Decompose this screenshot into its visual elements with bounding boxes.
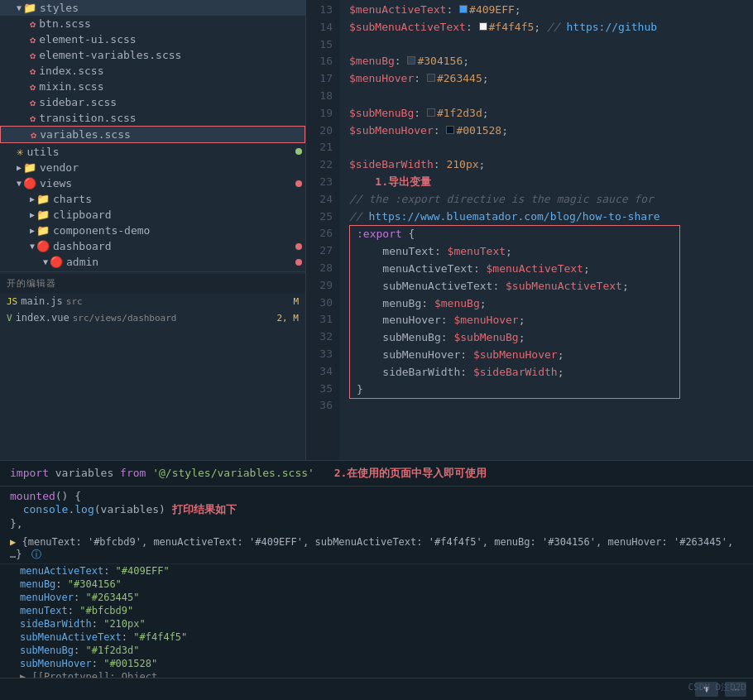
code-line-16: $menuBg: #304156; — [349, 53, 743, 70]
console-prop-1: menuBg: "#304156" — [0, 578, 753, 591]
editor-tab-label: main.js — [21, 295, 63, 307]
code-line-31: menuHover: $menuHover; — [357, 312, 673, 329]
caret-down-icon: ▼ — [17, 3, 22, 12]
scss-icon: ✿ — [30, 97, 36, 108]
sidebar-item-sidebar-scss[interactable]: ✿ sidebar.scss — [0, 94, 305, 110]
line-num: 16 — [306, 53, 333, 70]
caret-right-icon: ▶ — [10, 536, 22, 548]
caret-down-icon: ▼ — [17, 179, 22, 188]
folder-icon: 📁 — [23, 161, 36, 174]
sidebar-item-admin[interactable]: ▼ 🔴 admin — [0, 254, 305, 270]
code-line-21 — [349, 139, 743, 156]
code-line-22: $sideBarWidth: 210px; — [349, 156, 743, 174]
code-content: 13 14 15 16 17 18 19 20 21 22 23 24 25 2… — [306, 0, 753, 460]
sidebar-item-label: variables.scss — [40, 128, 131, 141]
editor-tab-sub: src — [66, 296, 83, 307]
views-icon: 🔴 — [23, 177, 36, 189]
sidebar-item-transition-scss[interactable]: ✿ transition.scss — [0, 110, 305, 126]
code-line-34: sideBarWidth: $sideBarWidth; — [357, 364, 673, 381]
code-line-33: subMenuHover: $subMenuHover; — [357, 347, 673, 364]
code-line-13: $menuActiveText: #409EFF; — [349, 2, 743, 19]
export-block: :export { menuText: $menuText; menuActiv… — [349, 225, 680, 399]
caret-right-icon: ▶ — [30, 226, 35, 235]
sidebar-item-element-ui-scss[interactable]: ✿ element-ui.scss — [0, 31, 305, 47]
code-line-24: // the :export directive is the magic sa… — [349, 191, 743, 209]
sidebar-item-variables-scss[interactable]: ✿ variables.scss — [0, 126, 305, 143]
console-header-line: ▶ {menuText: '#bfcbd9', menuActiveText: … — [0, 535, 753, 564]
code-line-28: menuActiveText: $menuActiveText; — [357, 261, 673, 278]
scss-icon: ✿ — [30, 50, 36, 61]
line-num: 18 — [306, 88, 333, 105]
sidebar-item-element-variables-scss[interactable]: ✿ element-variables.scss — [0, 47, 305, 63]
caret-right-icon: ▶ — [30, 210, 35, 219]
sidebar-item-styles[interactable]: ▼ 📁 styles — [0, 0, 305, 16]
caret-right-icon: ▶ — [17, 163, 22, 172]
sidebar-item-label: charts — [53, 193, 92, 205]
code-line-29: subMenuActiveText: $subMenuActiveText; — [357, 278, 673, 295]
line-num: 23 — [306, 174, 333, 191]
console-prop-8: ▶ [[Prototype]]: Object — [0, 670, 753, 678]
line-num: 31 — [306, 311, 333, 328]
sidebar-item-vendor[interactable]: ▶ 📁 vendor — [0, 160, 305, 175]
line-num: 21 — [306, 139, 333, 156]
console-prop-3: menuText: "#bfcbd9" — [0, 604, 753, 617]
bottom-panel: import variables from '@/styles/variable… — [0, 460, 753, 700]
sidebar-item-components-demo[interactable]: ▶ 📁 components-demo — [0, 223, 305, 238]
import-path: '@/styles/variables.scss' — [152, 467, 314, 479]
code-line-26: :export { — [357, 226, 673, 243]
import-keyword: import — [10, 467, 55, 479]
editor-tab-main-js[interactable]: JS main.js src M — [0, 293, 305, 309]
line-num: 20 — [306, 122, 333, 140]
line-num: 34 — [306, 363, 333, 381]
modified-badge: 2, M — [277, 313, 300, 324]
console-prop-5: subMenuActiveText: "#f4f4f5" — [0, 630, 753, 644]
console-prop-0: menuActiveText: "#409EFF" — [0, 564, 753, 578]
sidebar-item-mixin-scss[interactable]: ✿ mixin.scss — [0, 79, 305, 94]
folder-icon: 📁 — [23, 2, 36, 14]
sidebar-item-views[interactable]: ▼ 🔴 views — [0, 175, 305, 191]
line-num: 25 — [306, 209, 333, 226]
sidebar-item-label: dashboard — [53, 240, 111, 252]
console-prop-7: subMenuHover: "#001528" — [0, 657, 753, 670]
sidebar-item-dashboard[interactable]: ▼ 🔴 dashboard — [0, 238, 305, 254]
sidebar-item-utils[interactable]: ✳ utils — [0, 143, 305, 160]
console-prop-6: subMenuBg: "#1f2d3d" — [0, 644, 753, 657]
line-num: 14 — [306, 19, 333, 36]
sidebar-item-charts[interactable]: ▶ 📁 charts — [0, 191, 305, 207]
mounted-line3: }, — [10, 517, 743, 530]
folder-icon: 📁 — [36, 209, 50, 221]
line-numbers: 13 14 15 16 17 18 19 20 21 22 23 24 25 2… — [306, 0, 339, 460]
code-text: $menuActiveText: #409EFF; $subMenuActive… — [339, 0, 753, 460]
code-line-32: subMenuBg: $subMenuBg; — [357, 329, 673, 347]
modified-badge: M — [293, 296, 299, 307]
editor-tab-index-vue[interactable]: V index.vue src/views/dashboard 2, M — [0, 309, 305, 326]
sidebar-item-label: element-ui.scss — [39, 33, 136, 46]
line-num: 22 — [306, 156, 333, 174]
code-line-19: $subMenuBg: #1f2d3d; — [349, 105, 743, 122]
folder-icon: 📁 — [36, 193, 50, 205]
scss-icon: ✿ — [30, 65, 36, 77]
code-editor: 13 14 15 16 17 18 19 20 21 22 23 24 25 2… — [306, 0, 753, 460]
code-line-35: } — [357, 381, 673, 399]
asterisk-icon: ✳ — [17, 145, 23, 158]
modified-dot — [295, 180, 302, 187]
caret-down-icon: ▼ — [43, 257, 48, 266]
sidebar-item-label: clipboard — [53, 209, 111, 221]
divider — [0, 271, 305, 272]
modified-dot — [295, 243, 302, 250]
line-num: 28 — [306, 260, 333, 277]
sidebar-item-index-scss[interactable]: ✿ index.scss — [0, 63, 305, 79]
sidebar-item-label: views — [40, 177, 72, 189]
sidebar-item-label: sidebar.scss — [39, 96, 117, 108]
sidebar-item-label: styles — [40, 2, 79, 14]
line-num: 36 — [306, 397, 333, 415]
import-line: import variables from '@/styles/variable… — [0, 461, 753, 487]
line-num: 15 — [306, 36, 333, 54]
sidebar-item-label: btn.scss — [39, 17, 91, 30]
bottom-toolbar: ▼ ··· — [0, 678, 753, 700]
modified-dot — [295, 148, 302, 155]
console-output: ▶ {menuText: '#bfcbd9', menuActiveText: … — [0, 533, 753, 678]
sidebar-item-btn-scss[interactable]: ✿ btn.scss — [0, 16, 305, 31]
sidebar-item-clipboard[interactable]: ▶ 📁 clipboard — [0, 207, 305, 223]
code-line-27: menuText: $menuText; — [357, 243, 673, 261]
